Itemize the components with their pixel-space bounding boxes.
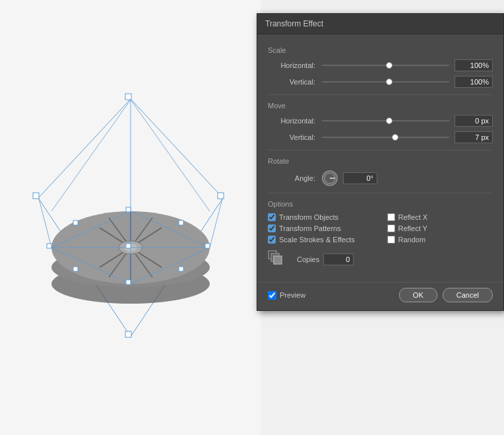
rotate-row: Angle: bbox=[268, 170, 493, 186]
move-vertical-row: Vertical: bbox=[268, 131, 493, 143]
angle-dial[interactable] bbox=[322, 170, 338, 186]
scale-strokes-label[interactable]: Scale Strokes & Effects bbox=[279, 236, 355, 244]
button-group: OK Cancel bbox=[399, 288, 493, 302]
scale-horizontal-slider[interactable] bbox=[322, 65, 449, 66]
dialog-body: Scale Horizontal: Vertical: Move Horizon… bbox=[257, 34, 503, 282]
svg-rect-4 bbox=[33, 193, 39, 199]
svg-line-30 bbox=[39, 199, 51, 248]
svg-rect-3 bbox=[125, 331, 131, 337]
scale-horizontal-input[interactable] bbox=[455, 59, 493, 71]
illustration-svg bbox=[18, 79, 243, 356]
options-grid: Transform Objects Reflect X Transform Pa… bbox=[268, 213, 493, 244]
transform-patterns-row: Transform Patterns bbox=[268, 224, 374, 232]
svg-rect-1 bbox=[125, 94, 131, 100]
move-vertical-slider[interactable] bbox=[322, 137, 449, 138]
scale-vertical-slider[interactable] bbox=[322, 81, 449, 83]
svg-line-26 bbox=[131, 100, 210, 211]
svg-rect-44 bbox=[274, 256, 282, 264]
transform-objects-label[interactable]: Transform Objects bbox=[279, 213, 338, 221]
svg-rect-33 bbox=[47, 244, 51, 248]
transform-patterns-label[interactable]: Transform Patterns bbox=[279, 224, 341, 232]
svg-rect-38 bbox=[73, 220, 78, 225]
scale-strokes-row: Scale Strokes & Effects bbox=[268, 236, 374, 244]
cancel-button[interactable]: Cancel bbox=[443, 288, 493, 302]
scale-horizontal-row: Horizontal: bbox=[268, 59, 493, 71]
options-section-label: Options bbox=[268, 200, 493, 208]
reflect-x-row: Reflect X bbox=[387, 213, 493, 221]
scale-section-label: Scale bbox=[268, 46, 493, 54]
svg-rect-39 bbox=[126, 244, 131, 248]
transform-patterns-checkbox[interactable] bbox=[268, 224, 276, 232]
dialog-titlebar: Transform Effect bbox=[257, 14, 503, 34]
move-horizontal-label: Horizontal: bbox=[268, 117, 315, 125]
rotate-angle-input[interactable] bbox=[343, 172, 377, 184]
svg-rect-2 bbox=[218, 193, 224, 199]
rotate-angle-label: Angle: bbox=[268, 174, 315, 182]
svg-rect-34 bbox=[126, 280, 131, 284]
transform-objects-checkbox[interactable] bbox=[268, 213, 276, 221]
svg-rect-35 bbox=[179, 220, 183, 225]
transform-effect-dialog: Transform Effect Scale Horizontal: Verti… bbox=[257, 13, 504, 311]
random-row: Random bbox=[387, 236, 493, 244]
scale-horizontal-label: Horizontal: bbox=[268, 61, 315, 69]
move-vertical-input[interactable] bbox=[455, 131, 493, 143]
preview-row: Preview bbox=[268, 291, 305, 300]
move-horizontal-slider[interactable] bbox=[322, 120, 449, 121]
svg-point-40 bbox=[325, 173, 335, 184]
scale-vertical-row: Vertical: bbox=[268, 76, 493, 88]
svg-line-27 bbox=[51, 100, 131, 211]
canvas-content bbox=[18, 79, 243, 356]
dialog-bottom: Preview OK Cancel bbox=[257, 282, 503, 310]
svg-rect-31 bbox=[126, 207, 131, 212]
svg-rect-37 bbox=[73, 267, 78, 271]
rotate-section-label: Rotate bbox=[268, 157, 493, 165]
reflect-x-checkbox[interactable] bbox=[387, 213, 395, 221]
reflect-x-label[interactable]: Reflect X bbox=[398, 213, 428, 221]
reflect-y-label[interactable]: Reflect Y bbox=[398, 224, 427, 232]
scale-strokes-checkbox[interactable] bbox=[268, 236, 276, 244]
scale-vertical-label: Vertical: bbox=[268, 78, 315, 86]
copies-input[interactable] bbox=[323, 253, 354, 265]
reflect-y-checkbox[interactable] bbox=[387, 224, 395, 232]
move-horizontal-row: Horizontal: bbox=[268, 115, 493, 127]
reflect-y-row: Reflect Y bbox=[387, 224, 493, 232]
move-vertical-label: Vertical: bbox=[268, 133, 315, 141]
move-section-label: Move bbox=[268, 102, 493, 110]
preview-label[interactable]: Preview bbox=[280, 291, 305, 299]
ok-button[interactable]: OK bbox=[399, 288, 437, 302]
copies-icon bbox=[268, 250, 286, 269]
preview-checkbox[interactable] bbox=[268, 291, 276, 300]
scale-vertical-input[interactable] bbox=[455, 76, 493, 88]
random-checkbox[interactable] bbox=[387, 236, 395, 244]
copies-row: Copies bbox=[268, 250, 493, 269]
canvas-area bbox=[0, 0, 261, 435]
random-label[interactable]: Random bbox=[398, 236, 426, 244]
svg-rect-36 bbox=[179, 267, 183, 271]
svg-rect-32 bbox=[205, 244, 210, 248]
transform-objects-row: Transform Objects bbox=[268, 213, 374, 221]
svg-line-29 bbox=[210, 199, 222, 248]
copies-label: Copies bbox=[297, 255, 319, 263]
move-horizontal-input[interactable] bbox=[455, 115, 493, 127]
dialog-title: Transform Effect bbox=[265, 19, 323, 28]
